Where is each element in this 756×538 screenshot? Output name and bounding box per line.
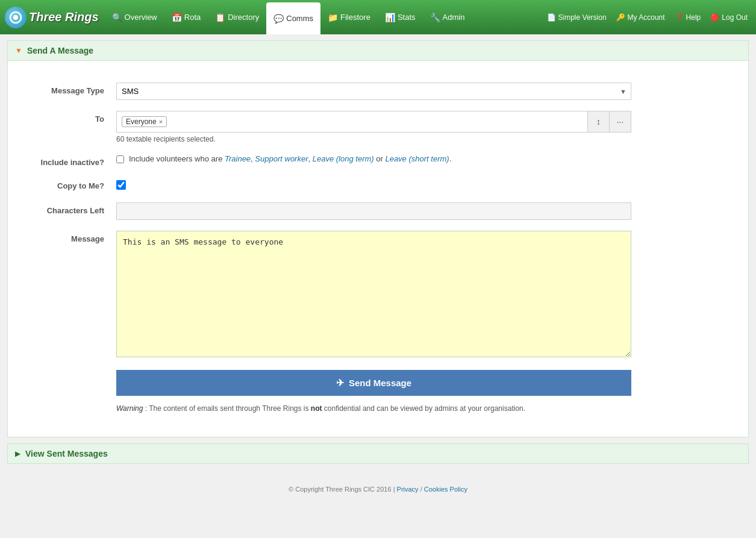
send-message-panel-body: Message Type SMS Email Both To bbox=[8, 61, 748, 437]
directory-icon: 📋 bbox=[215, 13, 225, 22]
send-button-row: ✈ Send Message Warning : The content of … bbox=[20, 370, 730, 414]
to-tag-remove[interactable]: × bbox=[159, 118, 163, 125]
message-textarea[interactable]: This is an SMS message to everyone bbox=[116, 231, 631, 357]
include-inactive-control: Include volunteers who are Trainee, Supp… bbox=[116, 154, 730, 163]
message-type-control: SMS Email Both bbox=[116, 83, 730, 100]
message-row: Message This is an SMS message to everyo… bbox=[20, 231, 730, 359]
nav-directory[interactable]: 📋 Directory bbox=[208, 0, 266, 34]
help-link[interactable]: ❓ Help bbox=[671, 13, 705, 22]
send-message-button[interactable]: ✈ Send Message bbox=[116, 370, 631, 396]
nav-admin[interactable]: 🔧 Admin bbox=[423, 0, 472, 34]
footer: © Copyright Three Rings CIC 2016 | Priva… bbox=[0, 476, 756, 502]
include-inactive-checkbox[interactable] bbox=[116, 155, 124, 163]
more-icon: ··· bbox=[617, 117, 624, 127]
logo: Three Rings bbox=[5, 7, 99, 28]
nav-rota[interactable]: 📅 Rota bbox=[164, 0, 208, 34]
privacy-link[interactable]: Privacy bbox=[397, 486, 419, 493]
nav-right: 📄 Simple Version 🔑 My Account ❓ Help 🔴 L… bbox=[543, 13, 751, 22]
admin-icon: 🔧 bbox=[430, 13, 440, 22]
warning-body: : The content of emails sent through Thr… bbox=[145, 404, 525, 413]
filestore-icon: 📁 bbox=[328, 13, 338, 22]
stats-icon: 📊 bbox=[385, 13, 395, 22]
cookies-link[interactable]: Cookies Policy bbox=[424, 486, 467, 493]
inactive-type-trainee: Trainee bbox=[225, 154, 251, 163]
inactive-type-support: Support worker bbox=[255, 154, 308, 163]
comms-icon: 💬 bbox=[273, 14, 284, 23]
warning-not: not bbox=[311, 404, 322, 413]
help-icon: ❓ bbox=[675, 13, 684, 22]
message-label: Message bbox=[20, 231, 116, 243]
logout-icon: 🔴 bbox=[710, 13, 719, 22]
footer-separator: / bbox=[419, 486, 424, 493]
panel-expand-arrow: ▶ bbox=[15, 449, 20, 458]
to-tag-label: Everyone bbox=[126, 117, 157, 126]
chars-left-control: 126 bbox=[116, 202, 730, 220]
nav-overview[interactable]: 🔍 Overview bbox=[105, 0, 164, 34]
nav-filestore[interactable]: 📁 Filestore bbox=[320, 0, 378, 34]
message-type-select-wrapper: SMS Email Both bbox=[116, 83, 631, 100]
copy-to-me-checkbox[interactable] bbox=[116, 180, 126, 190]
warning-label: Warning bbox=[116, 404, 143, 413]
warning-text: Warning : The content of emails sent thr… bbox=[116, 403, 631, 414]
logo-icon bbox=[5, 7, 27, 28]
key-icon: 🔑 bbox=[616, 13, 625, 22]
send-button-spacer bbox=[20, 370, 116, 374]
to-row: To Everyone × ↕ bbox=[20, 111, 730, 143]
sort-icon: ↕ bbox=[596, 117, 601, 127]
copy-to-me-control bbox=[116, 178, 730, 192]
to-field-container: Everyone × ↕ ··· bbox=[116, 111, 631, 133]
rota-icon: 📅 bbox=[172, 13, 182, 22]
message-control: This is an SMS message to everyone bbox=[116, 231, 730, 359]
chars-left-label: Characters Left bbox=[20, 202, 116, 215]
send-icon: ✈ bbox=[336, 377, 344, 389]
my-account-link[interactable]: 🔑 My Account bbox=[613, 13, 669, 22]
chars-left-input: 126 bbox=[116, 202, 631, 220]
header: Three Rings 🔍 Overview 📅 Rota 📋 Director… bbox=[0, 0, 756, 34]
panel-title: Send A Message bbox=[27, 46, 93, 55]
message-type-row: Message Type SMS Email Both bbox=[20, 83, 730, 100]
to-tag-everyone: Everyone × bbox=[122, 116, 167, 127]
copy-to-me-row: Copy to Me? bbox=[20, 178, 730, 192]
to-field-input[interactable]: Everyone × bbox=[117, 111, 587, 132]
to-buttons: ↕ ··· bbox=[587, 111, 631, 132]
view-sent-panel: ▶ View Sent Messages bbox=[7, 443, 749, 464]
chars-left-row: Characters Left 126 bbox=[20, 202, 730, 220]
send-message-panel-header[interactable]: ▼ Send A Message bbox=[8, 41, 748, 61]
nav-comms[interactable]: 💬 Comms bbox=[266, 2, 320, 34]
message-type-select[interactable]: SMS Email Both bbox=[116, 83, 631, 100]
include-inactive-label: Include inactive? bbox=[20, 154, 116, 167]
inactive-type-leave-long: Leave (long term) bbox=[313, 154, 374, 163]
inactive-type-leave-short: Leave (short term) bbox=[385, 154, 449, 163]
panel-collapse-arrow: ▼ bbox=[15, 46, 22, 55]
send-message-panel: ▼ Send A Message Message Type SMS Email … bbox=[7, 40, 749, 437]
copyright-text: © Copyright Three Rings CIC 2016 | bbox=[289, 486, 397, 493]
simple-version-icon: 📄 bbox=[547, 13, 556, 22]
main-content: ▼ Send A Message Message Type SMS Email … bbox=[0, 34, 756, 476]
to-sort-button[interactable]: ↕ bbox=[587, 111, 609, 132]
simple-version-link[interactable]: 📄 Simple Version bbox=[543, 13, 610, 22]
include-inactive-text: Include volunteers who are Trainee, Supp… bbox=[129, 154, 451, 163]
main-nav: 🔍 Overview 📅 Rota 📋 Directory 💬 Comms 📁 … bbox=[105, 0, 543, 34]
view-sent-panel-header[interactable]: ▶ View Sent Messages bbox=[8, 444, 748, 463]
to-more-button[interactable]: ··· bbox=[609, 111, 631, 132]
include-inactive-row: Include inactive? Include volunteers who… bbox=[20, 154, 730, 167]
to-control: Everyone × ↕ ··· bbox=[116, 111, 730, 143]
nav-stats[interactable]: 📊 Stats bbox=[378, 0, 423, 34]
logo-text: Three Rings bbox=[29, 10, 99, 24]
logout-link[interactable]: 🔴 Log Out bbox=[707, 13, 751, 22]
message-type-label: Message Type bbox=[20, 83, 116, 95]
send-button-control: ✈ Send Message Warning : The content of … bbox=[116, 370, 730, 414]
recipients-info: 60 textable recipients selected. bbox=[116, 135, 730, 143]
svg-point-1 bbox=[13, 15, 18, 20]
send-button-label: Send Message bbox=[349, 378, 411, 388]
include-inactive-label-wrap: Include volunteers who are Trainee, Supp… bbox=[116, 154, 730, 163]
overview-icon: 🔍 bbox=[112, 13, 122, 22]
copy-to-me-label: Copy to Me? bbox=[20, 178, 116, 190]
view-sent-title: View Sent Messages bbox=[25, 449, 108, 458]
to-label: To bbox=[20, 111, 116, 124]
